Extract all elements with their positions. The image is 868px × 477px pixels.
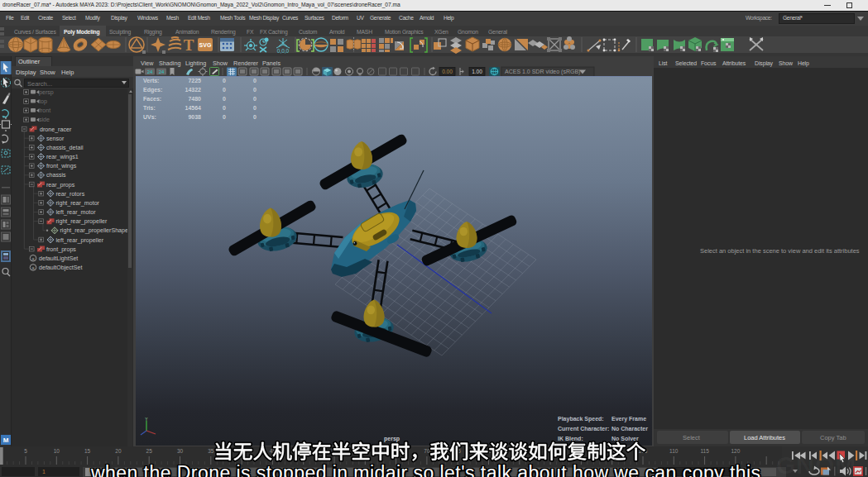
svg-text:left_rear_propeller: left_rear_propeller bbox=[56, 237, 104, 244]
svg-text:0.00: 0.00 bbox=[442, 69, 453, 74]
svg-text:a: a bbox=[31, 256, 35, 261]
svg-text:front_props: front_props bbox=[46, 246, 76, 253]
svg-text:30: 30 bbox=[177, 448, 184, 454]
svg-text:left_rear_motor: left_rear_motor bbox=[56, 209, 97, 216]
svg-text:side: side bbox=[39, 117, 50, 123]
svg-text:drone_racer: drone_racer bbox=[40, 126, 72, 133]
svg-text:rear_rotors: rear_rotors bbox=[56, 191, 85, 198]
svg-text:Y: Y bbox=[145, 417, 148, 422]
svg-text:5: 5 bbox=[24, 448, 27, 454]
svg-text:M: M bbox=[3, 436, 9, 444]
svg-text:rear_props: rear_props bbox=[46, 182, 75, 188]
svg-text:chassis: chassis bbox=[46, 172, 66, 179]
svg-text:front: front bbox=[39, 107, 50, 114]
svg-text:ACES 1.0 SDR video (sRGB): ACES 1.0 SDR video (sRGB) bbox=[505, 69, 580, 75]
svg-text:115: 115 bbox=[700, 448, 709, 454]
svg-text:10: 10 bbox=[54, 448, 60, 454]
svg-text:SVG: SVG bbox=[199, 42, 212, 48]
svg-text:a: a bbox=[31, 265, 35, 270]
svg-text:24: 24 bbox=[147, 69, 153, 74]
svg-text:front_wings: front_wings bbox=[46, 163, 77, 169]
svg-text:defaultObjectSet: defaultObjectSet bbox=[39, 265, 82, 271]
svg-text:defaultLightSet: defaultLightSet bbox=[39, 255, 78, 262]
svg-text:24: 24 bbox=[159, 69, 165, 74]
svg-text:110: 110 bbox=[669, 448, 679, 454]
svg-text:15: 15 bbox=[84, 448, 91, 454]
svg-text:right_rear_propeller: right_rear_propeller bbox=[56, 218, 108, 225]
svg-text:0,0,0: 0,0,0 bbox=[277, 48, 290, 54]
svg-text:120: 120 bbox=[731, 448, 740, 454]
svg-text:top: top bbox=[39, 98, 47, 105]
svg-text:right_rear_motor: right_rear_motor bbox=[56, 200, 100, 207]
svg-text:20: 20 bbox=[115, 448, 122, 454]
svg-text:rear_wings1: rear_wings1 bbox=[46, 154, 79, 160]
svg-text:T: T bbox=[184, 36, 194, 54]
svg-text:1.00: 1.00 bbox=[472, 69, 482, 74]
svg-text:right_rear_propellerShape: right_rear_propellerShape bbox=[60, 227, 128, 234]
svg-text:chassis_detail: chassis_detail bbox=[46, 145, 84, 151]
svg-text:sensor: sensor bbox=[46, 136, 65, 142]
svg-text:25: 25 bbox=[146, 448, 153, 454]
svg-text:persp: persp bbox=[39, 89, 54, 96]
